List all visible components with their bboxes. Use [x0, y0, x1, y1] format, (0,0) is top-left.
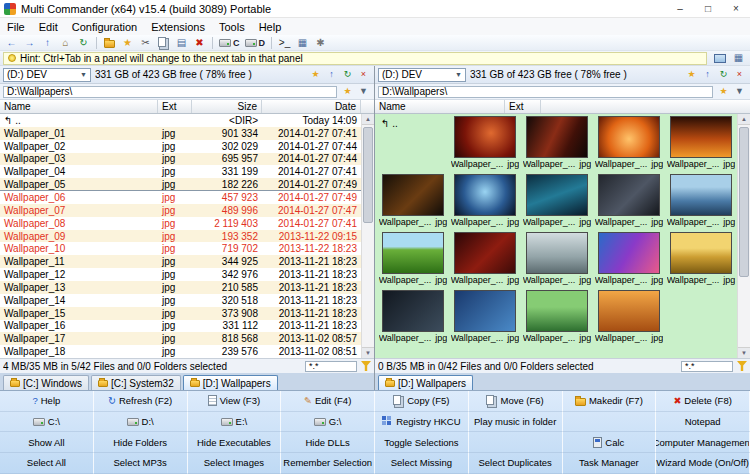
new-folder-button[interactable] — [101, 36, 118, 50]
column-header-name[interactable]: Name — [0, 100, 158, 113]
calc-button[interactable]: Calc — [563, 432, 657, 453]
tab-d-wallpapers[interactable]: [D:] Wallpapers — [183, 375, 278, 390]
favorites-button[interactable]: ★ — [119, 36, 136, 50]
favorites-button[interactable]: ★ — [684, 68, 699, 82]
folder-up-button[interactable]: ↑ — [324, 68, 339, 82]
task-manager-button[interactable]: Task Manager — [563, 453, 657, 474]
filter-input[interactable]: *.* — [681, 361, 733, 372]
thumbnail-item[interactable]: Wallpaper_...jpg — [593, 116, 665, 174]
view-mode-button[interactable]: ▦ — [294, 36, 311, 50]
file-row[interactable]: Wallpaper_11jpg344 9252013-11-21 18:23 — [0, 255, 361, 268]
cut-button[interactable]: ✂ — [137, 36, 154, 50]
file-row[interactable]: ↰ ..<DIR>Today 14:09 — [0, 114, 361, 127]
file-row[interactable]: Wallpaper_03jpg695 9572014-01-27 07:44 — [0, 153, 361, 166]
column-header-ext[interactable]: Ext — [505, 100, 541, 113]
column-header-size[interactable]: Size — [192, 100, 262, 113]
scroll-down-icon[interactable]: ▼ — [362, 347, 374, 358]
goto-d-button[interactable]: D:\ — [94, 412, 188, 433]
filter-funnel-icon[interactable] — [737, 361, 747, 371]
copy-f5-button[interactable]: Copy (F5) — [375, 391, 469, 412]
filter-funnel-icon[interactable] — [361, 361, 371, 371]
menu-extensions[interactable]: Extensions — [144, 21, 212, 33]
file-row[interactable]: Wallpaper_07jpg489 9962014-01-27 07:47 — [0, 204, 361, 217]
maximize-button[interactable]: □ — [694, 0, 722, 17]
command-line-button[interactable]: >_ — [276, 36, 293, 50]
select-mp3s-button[interactable]: Select MP3s — [94, 453, 188, 474]
thumbnail-item[interactable]: Wallpaper_...jpg — [665, 174, 737, 232]
thumbnail-item[interactable]: Wallpaper_...jpg — [665, 232, 737, 290]
column-header-name[interactable]: Name — [375, 100, 505, 113]
forward-button[interactable]: → — [21, 36, 38, 50]
drive-selector[interactable]: (D:) DEV ▼ — [3, 68, 91, 82]
file-row[interactable]: Wallpaper_04jpg331 1992014-01-27 07:41 — [0, 165, 361, 178]
goto-g-button[interactable]: G:\ — [281, 412, 375, 433]
path-favorite-button[interactable]: ★ — [716, 85, 731, 99]
filter-input[interactable]: *.* — [305, 361, 357, 372]
hide-executables-button[interactable]: Hide Executables — [188, 432, 282, 453]
scroll-thumb[interactable] — [739, 127, 749, 277]
thumbnail-item[interactable]: Wallpaper_...jpg — [593, 174, 665, 232]
scrollbar[interactable]: ▲ ▼ — [737, 114, 750, 358]
file-row[interactable]: Wallpaper_12jpg342 9762013-11-21 18:23 — [0, 268, 361, 281]
computer-management-button[interactable]: Computer Management — [656, 432, 750, 453]
tab-d-wallpapers[interactable]: [D:] Wallpapers — [378, 375, 473, 390]
thumbnail-item[interactable]: Wallpaper_...jpg — [521, 174, 593, 232]
parent-dir-item[interactable]: ↰ .. — [377, 116, 449, 174]
thumbnail-item[interactable]: Wallpaper_...jpg — [377, 174, 449, 232]
refresh-f2-button[interactable]: ↻Refresh (F2) — [94, 391, 188, 412]
thumbnail-item[interactable]: Wallpaper_...jpg — [449, 290, 521, 348]
scrollbar[interactable]: ▲ ▼ — [361, 114, 374, 358]
menu-tools[interactable]: Tools — [212, 21, 252, 33]
edit-f4-button[interactable]: ✎Edit (F4) — [281, 391, 375, 412]
thumbnail-item[interactable]: Wallpaper_...jpg — [377, 290, 449, 348]
tab-c-system32[interactable]: [C:] System32 — [91, 375, 181, 390]
file-row[interactable]: Wallpaper_05jpg182 2262014-01-27 07:49 — [0, 178, 361, 191]
path-field[interactable]: D:\Wallpapers\ — [378, 86, 713, 98]
thumbnail-item[interactable]: Wallpaper_...jpg — [521, 116, 593, 174]
remember-selection-button[interactable]: Remember Selection — [281, 453, 375, 474]
column-header-ext[interactable]: Ext — [158, 100, 192, 113]
scroll-track[interactable] — [362, 125, 374, 347]
thumbnail-item[interactable]: Wallpaper_...jpg — [449, 232, 521, 290]
thumbnail-item[interactable]: Wallpaper_...jpg — [449, 174, 521, 232]
thumbnail-item[interactable]: Wallpaper_...jpg — [449, 116, 521, 174]
refresh-button[interactable]: ↻ — [75, 36, 92, 50]
menu-file[interactable]: File — [0, 21, 32, 33]
panel-layout-button[interactable]: ▦ — [730, 51, 747, 65]
file-row[interactable]: Wallpaper_17jpg818 5682013-11-02 08:57 — [0, 332, 361, 345]
thumbnail-item[interactable]: Wallpaper_...jpg — [521, 290, 593, 348]
file-row[interactable]: Wallpaper_02jpg302 0292014-01-27 07:44 — [0, 140, 361, 153]
file-row[interactable]: Wallpaper_08jpg2 119 4032014-01-27 07:41 — [0, 217, 361, 230]
file-row[interactable]: Wallpaper_16jpg331 1122013-11-21 18:23 — [0, 320, 361, 333]
file-row[interactable]: Wallpaper_09jpg193 3522013-11-22 09:15 — [0, 230, 361, 243]
hide-dlls-button[interactable]: Hide DLLs — [281, 432, 375, 453]
file-row[interactable]: Wallpaper_18jpg239 5762013-11-02 08:51 — [0, 345, 361, 358]
scroll-up-icon[interactable]: ▲ — [362, 114, 374, 125]
thumbnail-item[interactable]: Wallpaper_...jpg — [593, 290, 665, 348]
hide-folders-button[interactable]: Hide Folders — [94, 432, 188, 453]
help-button[interactable]: ?Help — [0, 391, 94, 412]
favorites-button[interactable]: ★ — [308, 68, 323, 82]
file-row[interactable]: Wallpaper_10jpg719 7022013-11-22 18:23 — [0, 242, 361, 255]
path-history-button[interactable]: ▼ — [356, 85, 371, 99]
refresh-button[interactable]: ↻ — [340, 68, 355, 82]
column-header-date[interactable]: Date — [262, 100, 361, 113]
close-button[interactable]: × — [722, 0, 750, 17]
makedir-f7-button[interactable]: Makedir (F7) — [563, 391, 657, 412]
menu-configuration[interactable]: Configuration — [65, 21, 144, 33]
scroll-up-icon[interactable]: ▲ — [738, 114, 750, 125]
thumbnail-item[interactable]: Wallpaper_...jpg — [665, 116, 737, 174]
view-f3-button[interactable]: View (F3) — [188, 391, 282, 412]
file-row[interactable]: Wallpaper_15jpg373 9082013-11-21 18:23 — [0, 307, 361, 320]
thumbnail-item[interactable]: Wallpaper_...jpg — [521, 232, 593, 290]
show-all-button[interactable]: Show All — [0, 432, 94, 453]
scroll-down-icon[interactable]: ▼ — [738, 347, 750, 358]
select-missing-button[interactable]: Select Missing — [375, 453, 469, 474]
copy-button[interactable] — [155, 36, 172, 50]
play-music-button[interactable]: Play music in folder — [469, 412, 563, 433]
drive-d-button[interactable]: D — [243, 36, 268, 50]
tab-c-windows[interactable]: [C:] Windows — [3, 375, 89, 390]
file-row[interactable]: Wallpaper_13jpg210 5852013-11-21 18:23 — [0, 281, 361, 294]
scroll-track[interactable] — [738, 125, 750, 347]
drive-c-button[interactable]: C — [217, 36, 242, 50]
